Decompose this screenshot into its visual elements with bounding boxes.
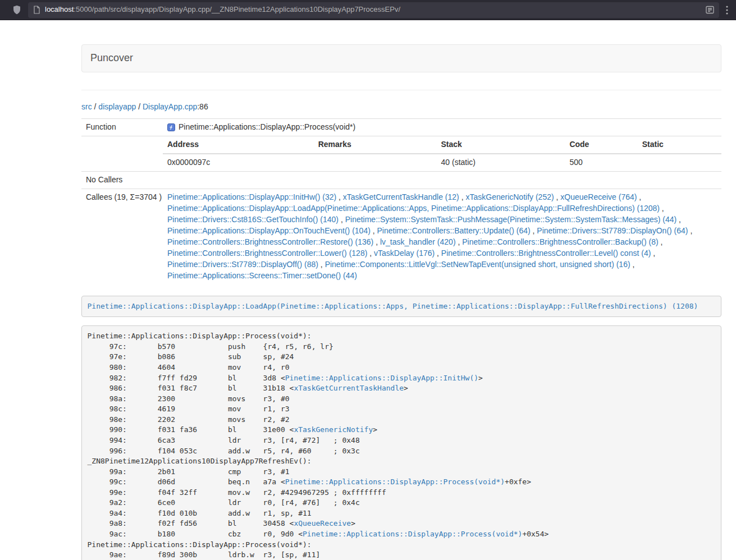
row-label-empty: [81, 136, 163, 171]
callee-link[interactable]: Pinetime::Drivers::Cst816S::GetTouchInfo…: [167, 215, 339, 224]
callee-link[interactable]: Pinetime::Applications::DisplayApp::OnTo…: [167, 226, 371, 235]
stats-cell: Address Remarks Stack Code Static 0x0000…: [163, 136, 721, 171]
callees-row: Callees (19, Σ=3704 ) Pinetime::Applicat…: [81, 189, 721, 284]
callee-link[interactable]: Pinetime::Components::LittleVgl::SetNewT…: [325, 260, 630, 269]
stats-value-row: 0x0000097c 40 (static) 500: [163, 154, 721, 171]
callee-link[interactable]: Pinetime::Applications::DisplayApp::Load…: [167, 204, 660, 213]
value-static: [638, 154, 721, 171]
shield-icon[interactable]: [12, 5, 21, 15]
col-address: Address: [163, 136, 314, 154]
highlighted-symbol-link[interactable]: Pinetime::Applications::DisplayApp::Load…: [88, 302, 698, 310]
stats-table: Address Remarks Stack Code Static 0x0000…: [163, 136, 721, 171]
navbar: Puncover: [81, 44, 721, 72]
function-icon: [167, 123, 175, 131]
row-label-no-callers: No Callers: [81, 171, 163, 189]
value-remarks: [314, 154, 437, 171]
callees-list: Pinetime::Applications::DisplayApp::Init…: [163, 189, 721, 284]
breadcrumb-displayapp[interactable]: displayapp: [98, 102, 136, 111]
callee-link[interactable]: Pinetime::Controllers::BrightnessControl…: [167, 237, 373, 246]
disassembly-pre: Pinetime::Applications::DisplayApp::Proc…: [81, 325, 721, 560]
function-cell: Pinetime::Applications::DisplayApp::Proc…: [163, 118, 721, 136]
callee-link[interactable]: lv_task_handler (420): [380, 237, 456, 246]
url-path: :5000/path/src/displayapp/DisplayApp.cpp…: [74, 5, 400, 13]
function-row: Function Pinetime::Applications::Display…: [81, 118, 721, 136]
value-address: 0x0000097c: [163, 154, 314, 171]
col-remarks: Remarks: [314, 136, 437, 154]
page: Puncover src / displayapp / DisplayApp.c…: [0, 20, 736, 560]
breadcrumb-separator: /: [136, 102, 143, 111]
highlighted-symbol-pre: Pinetime::Applications::DisplayApp::Load…: [81, 296, 721, 318]
stats-header-row: Address Remarks Stack Code Static: [163, 136, 721, 154]
value-stack: 40 (static): [437, 154, 565, 171]
symbol-link[interactable]: Pinetime::Applications::DisplayApp::Proc…: [285, 478, 505, 486]
callers-row: No Callers: [81, 171, 721, 189]
page-icon: [33, 6, 40, 14]
menu-icon[interactable]: [726, 6, 728, 15]
callee-link[interactable]: Pinetime::Applications::Screens::Timer::…: [167, 271, 357, 280]
row-label-callees: Callees (19, Σ=3704 ): [81, 189, 163, 284]
callee-link[interactable]: xTaskGenericNotify (252): [465, 192, 554, 201]
col-code: Code: [565, 136, 637, 154]
callee-link[interactable]: xTaskGetCurrentTaskHandle (12): [343, 192, 459, 201]
callee-link[interactable]: xQueueReceive (764): [560, 192, 637, 201]
col-stack: Stack: [437, 136, 565, 154]
col-static: Static: [638, 136, 721, 154]
symbol-table: Function Pinetime::Applications::Display…: [81, 118, 721, 284]
divider: [81, 90, 721, 90]
callee-link[interactable]: vTaskDelay (176): [374, 249, 435, 258]
breadcrumb-separator: /: [92, 102, 99, 111]
callee-link[interactable]: Pinetime::System::SystemTask::PushMessag…: [345, 215, 677, 224]
symbol-link[interactable]: Pinetime::Applications::DisplayApp::Init…: [285, 374, 478, 382]
callers-cell: [163, 171, 721, 189]
symbol-link[interactable]: Pinetime::Applications::DisplayApp::Proc…: [303, 530, 522, 538]
callee-link[interactable]: Pinetime::Controllers::BrightnessControl…: [441, 249, 651, 258]
breadcrumb-line-number: :86: [197, 102, 208, 111]
callee-link[interactable]: Pinetime::Applications::DisplayApp::Init…: [167, 192, 336, 201]
url-text: localhost:5000/path/src/displayapp/Displ…: [45, 4, 701, 15]
breadcrumb-src[interactable]: src: [81, 102, 92, 111]
callee-link[interactable]: Pinetime::Drivers::St7789::DisplayOff() …: [167, 260, 318, 269]
reader-mode-icon[interactable]: [701, 6, 714, 14]
callee-link[interactable]: Pinetime::Controllers::BrightnessControl…: [167, 249, 367, 258]
content-container: Puncover src / displayapp / DisplayApp.c…: [81, 44, 721, 560]
value-code: 500: [565, 154, 637, 171]
callee-link[interactable]: Pinetime::Controllers::Battery::Update()…: [377, 226, 531, 235]
callee-link[interactable]: Pinetime::Drivers::St7789::DisplayOn() (…: [537, 226, 688, 235]
breadcrumb: src / displayapp / DisplayApp.cpp:86: [81, 102, 721, 113]
url-host: localhost: [45, 5, 74, 13]
symbol-link[interactable]: xTaskGenericNotify: [294, 425, 373, 434]
browser-chrome: localhost:5000/path/src/displayapp/Displ…: [0, 0, 736, 20]
callee-link[interactable]: Pinetime::Controllers::BrightnessControl…: [462, 237, 658, 246]
symbol-link[interactable]: xQueueReceive: [294, 519, 351, 527]
function-name: Pinetime::Applications::DisplayApp::Proc…: [179, 122, 355, 131]
row-label-function: Function: [81, 118, 163, 136]
symbol-link[interactable]: xTaskGetCurrentTaskHandle: [294, 384, 404, 392]
brand-link[interactable]: Puncover: [82, 51, 141, 66]
stats-row: Address Remarks Stack Code Static 0x0000…: [81, 136, 721, 171]
breadcrumb-file[interactable]: DisplayApp.cpp: [143, 102, 197, 111]
url-bar[interactable]: localhost:5000/path/src/displayapp/Displ…: [28, 2, 719, 18]
